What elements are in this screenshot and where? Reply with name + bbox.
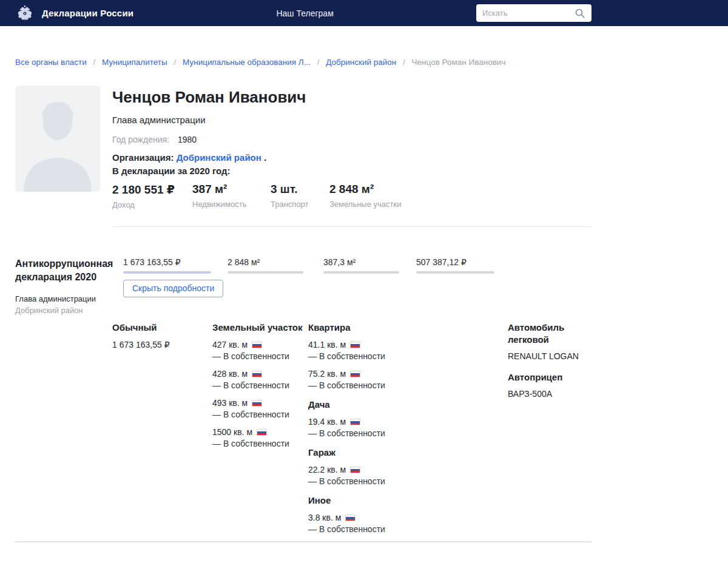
summary-land: 2 848 м² xyxy=(228,257,323,274)
land-item: 427 кв. м — В собственности xyxy=(212,339,308,362)
realty-section-garage: Гараж 22.2 кв. м — В собственности xyxy=(308,447,508,487)
breadcrumb-separator: / xyxy=(317,58,320,67)
russia-flag-icon xyxy=(252,400,262,407)
trailer-model: ВАРЗ-500А xyxy=(508,388,588,400)
land-item: 428 кв. м — В собственности xyxy=(212,368,308,391)
realty-item: 75.2 кв. м — В собственности xyxy=(308,368,508,391)
russia-flag-icon xyxy=(252,342,262,348)
summary-spouse-income-bar xyxy=(416,271,494,274)
land-item: 493 кв. м — В собственности xyxy=(212,397,308,420)
realty-item: 3.8 кв. м — В собственности xyxy=(308,512,508,535)
income-column: Обычный 1 673 163,55 ₽ xyxy=(112,322,212,535)
stat-land-label: Земельные участки xyxy=(329,200,451,209)
summary-stats: 2 180 551 ₽ Доход 387 м² Недвижимость 3 … xyxy=(112,183,451,209)
realty-item: 22.2 кв. м — В собственности xyxy=(308,464,508,487)
garage-heading: Гараж xyxy=(308,447,508,459)
birth-year-label: Год рождения: xyxy=(112,135,169,144)
stat-land-value: 2 848 м² xyxy=(329,183,451,196)
stat-land: 2 848 м² Земельные участки xyxy=(329,183,451,209)
realty-ownership: — В собственности xyxy=(308,524,508,535)
land-ownership: — В собственности xyxy=(212,409,308,420)
organization-label: Организация: xyxy=(112,152,174,163)
realty-ownership: — В собственности xyxy=(308,380,508,391)
russia-flag-icon xyxy=(350,467,360,473)
summary-income-value: 1 673 163,55 ₽ xyxy=(123,257,228,267)
russia-flag-icon xyxy=(350,342,360,348)
top-header: Декларации России Наш Телеграм xyxy=(0,0,728,26)
organization-suffix: . xyxy=(264,152,266,163)
russia-flag-icon xyxy=(252,371,262,377)
realty-item: 41.1 кв. м — В собственности xyxy=(308,339,508,362)
land-area: 427 кв. м xyxy=(212,339,248,351)
realty-area: 75.2 кв. м xyxy=(308,368,346,380)
land-ownership: — В собственности xyxy=(212,380,308,391)
site-title: Декларации России xyxy=(42,8,133,18)
search-input[interactable] xyxy=(482,8,575,18)
page-title-person-name: Ченцов Роман Иванович xyxy=(112,88,451,106)
hide-details-button[interactable]: Скрыть подробности xyxy=(123,280,223,297)
realty-section-other: Иное 3.8 кв. м — В собственности xyxy=(308,495,508,535)
vehicles-column: Автомобиль легковой RENAULT LOGAN Автопр… xyxy=(508,322,588,535)
avatar xyxy=(15,86,100,192)
birth-year-value: 1980 xyxy=(178,135,197,144)
stat-transport-value: 3 шт. xyxy=(271,183,329,196)
breadcrumb-current-person: Ченцов Роман Иванович xyxy=(412,58,506,67)
organization-link[interactable]: Добринский район xyxy=(177,152,261,163)
realty-area: 19.4 кв. м xyxy=(308,416,346,428)
declaration-title: Антикоррупционная декларация 2020 xyxy=(15,257,112,284)
breadcrumb: Все органы власти / Муниципалитеты / Мун… xyxy=(15,57,728,67)
russia-flag-icon xyxy=(257,429,267,436)
russia-flag-icon xyxy=(350,371,360,377)
land-column: Земельный участок 427 кв. м — В собствен… xyxy=(212,322,308,535)
breadcrumb-dobrinsky-district[interactable]: Добринский район xyxy=(326,58,396,67)
other-heading: Иное xyxy=(308,495,508,507)
russia-flag-icon xyxy=(345,515,356,521)
realty-item: 19.4 кв. м — В собственности xyxy=(308,416,508,439)
site-brand[interactable]: Декларации России xyxy=(15,4,133,23)
stat-realty-value: 387 м² xyxy=(192,183,271,196)
declaration-year-label: В декларации за 2020 год: xyxy=(112,166,451,176)
land-heading: Земельный участок xyxy=(212,322,308,334)
realty-area: 22.2 кв. м xyxy=(308,464,346,476)
declaration-details: Обычный 1 673 163,55 ₽ Земельный участок… xyxy=(112,322,728,535)
car-heading: Автомобиль легковой xyxy=(508,322,588,346)
realty-section-dacha: Дача 19.4 кв. м — В собственности xyxy=(308,399,508,439)
double-headed-eagle-logo-icon xyxy=(15,4,35,23)
realty-ownership: — В собственности xyxy=(308,428,508,439)
stat-income: 2 180 551 ₽ Доход xyxy=(112,183,192,209)
car-model: RENAULT LOGAN xyxy=(508,351,588,362)
land-area: 1500 кв. м xyxy=(212,427,252,438)
person-position: Глава администрации xyxy=(112,115,451,125)
realty-column: Квартира 41.1 кв. м — В собственности 75… xyxy=(308,322,508,535)
land-area: 493 кв. м xyxy=(212,397,248,409)
summary-income: 1 673 163,55 ₽ xyxy=(123,257,228,274)
summary-realty-value: 387,3 м² xyxy=(323,257,416,267)
organization-row: Организация: Добринский район . xyxy=(112,152,451,163)
land-ownership: — В собственности xyxy=(212,351,308,362)
search-icon[interactable] xyxy=(575,8,585,19)
stat-realty-label: Недвижимость xyxy=(192,200,271,209)
stat-income-label: Доход xyxy=(112,200,192,209)
realty-area: 41.1 кв. м xyxy=(308,339,346,351)
breadcrumb-all-authorities[interactable]: Все органы власти xyxy=(15,58,87,67)
breadcrumb-municipal-entities[interactable]: Муниципальные образования Л... xyxy=(183,58,311,67)
trailer-heading: Автоприцеп xyxy=(508,371,588,383)
land-item: 1500 кв. м — В собственности xyxy=(212,427,308,450)
summary-land-value: 2 848 м² xyxy=(228,257,323,267)
stat-realty: 387 м² Недвижимость xyxy=(192,183,271,209)
apartment-heading: Квартира xyxy=(308,322,508,334)
summary-land-bar xyxy=(228,271,303,274)
land-area: 428 кв. м xyxy=(212,368,248,380)
telegram-link[interactable]: Наш Телеграм xyxy=(276,8,333,18)
stat-income-value: 2 180 551 ₽ xyxy=(112,183,192,197)
breadcrumb-separator: / xyxy=(93,58,96,67)
summary-spouse-income: 507 387,12 ₽ xyxy=(416,257,501,274)
summary-income-bar xyxy=(123,271,211,274)
breadcrumb-municipalities[interactable]: Муниципалитеты xyxy=(102,58,167,67)
stat-transport: 3 шт. Транспорт xyxy=(271,183,329,209)
bottom-divider xyxy=(15,541,592,542)
search-box[interactable] xyxy=(476,4,592,22)
realty-ownership: — В собственности xyxy=(308,351,508,362)
summary-spouse-income-value: 507 387,12 ₽ xyxy=(416,257,501,267)
declaration-position: Глава администрации xyxy=(15,294,112,304)
